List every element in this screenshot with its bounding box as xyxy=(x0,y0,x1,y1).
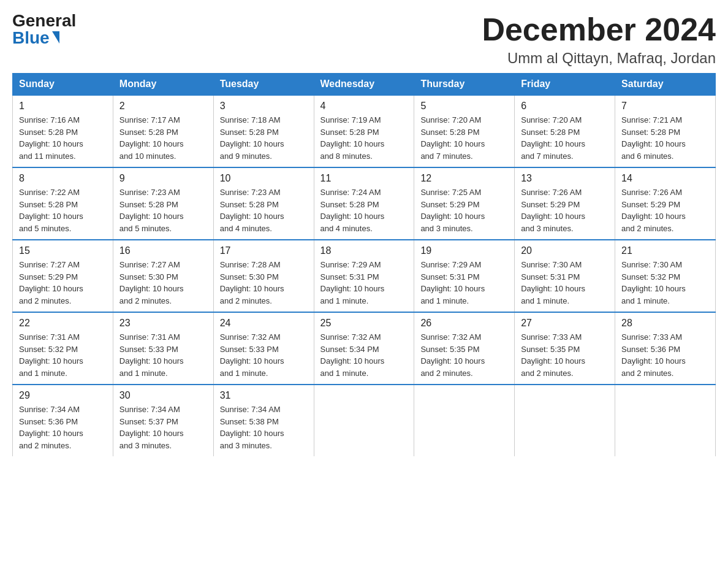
day-number: 29 xyxy=(19,390,107,401)
calendar-cell: 20Sunrise: 7:30 AMSunset: 5:31 PMDayligh… xyxy=(515,240,615,312)
day-number: 18 xyxy=(320,245,408,256)
day-number: 24 xyxy=(220,318,308,329)
day-number: 30 xyxy=(119,390,207,401)
day-info: Sunrise: 7:30 AMSunset: 5:31 PMDaylight:… xyxy=(521,259,609,307)
day-info: Sunrise: 7:28 AMSunset: 5:30 PMDaylight:… xyxy=(220,259,308,307)
day-info: Sunrise: 7:34 AMSunset: 5:38 PMDaylight:… xyxy=(220,404,308,451)
day-info: Sunrise: 7:20 AMSunset: 5:28 PMDaylight:… xyxy=(521,114,609,162)
day-number: 4 xyxy=(320,101,408,112)
header-thursday: Thursday xyxy=(414,74,515,96)
day-number: 12 xyxy=(420,173,508,184)
calendar-week-1: 1Sunrise: 7:16 AMSunset: 5:28 PMDaylight… xyxy=(13,95,716,167)
day-number: 25 xyxy=(320,318,408,329)
day-info: Sunrise: 7:32 AMSunset: 5:35 PMDaylight:… xyxy=(420,331,508,379)
day-info: Sunrise: 7:29 AMSunset: 5:31 PMDaylight:… xyxy=(420,259,508,307)
day-number: 17 xyxy=(220,245,308,256)
day-info: Sunrise: 7:32 AMSunset: 5:33 PMDaylight:… xyxy=(220,331,308,379)
day-info: Sunrise: 7:33 AMSunset: 5:36 PMDaylight:… xyxy=(621,331,709,379)
calendar-cell: 16Sunrise: 7:27 AMSunset: 5:30 PMDayligh… xyxy=(113,240,213,312)
calendar-cell: 25Sunrise: 7:32 AMSunset: 5:34 PMDayligh… xyxy=(314,312,414,385)
day-number: 20 xyxy=(521,245,609,256)
month-title: December 2024 xyxy=(482,12,716,47)
day-number: 23 xyxy=(119,318,207,329)
logo: General Blue xyxy=(12,12,76,47)
calendar-week-3: 15Sunrise: 7:27 AMSunset: 5:29 PMDayligh… xyxy=(13,240,716,312)
day-number: 11 xyxy=(320,173,408,184)
calendar-cell xyxy=(314,385,414,456)
calendar-cell: 13Sunrise: 7:26 AMSunset: 5:29 PMDayligh… xyxy=(515,167,615,240)
header-sunday: Sunday xyxy=(13,74,113,96)
calendar-cell: 2Sunrise: 7:17 AMSunset: 5:28 PMDaylight… xyxy=(113,95,213,167)
calendar-cell: 17Sunrise: 7:28 AMSunset: 5:30 PMDayligh… xyxy=(213,240,314,312)
day-number: 6 xyxy=(521,101,609,112)
day-number: 2 xyxy=(119,101,207,112)
location-title: Umm al Qittayn, Mafraq, Jordan xyxy=(482,50,716,67)
day-info: Sunrise: 7:26 AMSunset: 5:29 PMDaylight:… xyxy=(621,186,709,234)
calendar-cell: 7Sunrise: 7:21 AMSunset: 5:28 PMDaylight… xyxy=(615,95,716,167)
day-number: 27 xyxy=(521,318,609,329)
day-number: 3 xyxy=(220,101,308,112)
calendar-cell: 9Sunrise: 7:23 AMSunset: 5:28 PMDaylight… xyxy=(113,167,213,240)
day-info: Sunrise: 7:23 AMSunset: 5:28 PMDaylight:… xyxy=(220,186,308,234)
day-info: Sunrise: 7:27 AMSunset: 5:29 PMDaylight:… xyxy=(19,259,107,307)
day-info: Sunrise: 7:25 AMSunset: 5:29 PMDaylight:… xyxy=(420,186,508,234)
calendar-cell: 11Sunrise: 7:24 AMSunset: 5:28 PMDayligh… xyxy=(314,167,414,240)
day-number: 8 xyxy=(19,173,107,184)
calendar-cell: 5Sunrise: 7:20 AMSunset: 5:28 PMDaylight… xyxy=(414,95,515,167)
header-wednesday: Wednesday xyxy=(314,74,414,96)
day-info: Sunrise: 7:21 AMSunset: 5:28 PMDaylight:… xyxy=(621,114,709,162)
day-number: 26 xyxy=(420,318,508,329)
calendar-cell: 4Sunrise: 7:19 AMSunset: 5:28 PMDaylight… xyxy=(314,95,414,167)
day-info: Sunrise: 7:31 AMSunset: 5:33 PMDaylight:… xyxy=(119,331,207,379)
day-number: 31 xyxy=(220,390,308,401)
day-number: 16 xyxy=(119,245,207,256)
day-number: 15 xyxy=(19,245,107,256)
calendar-cell: 15Sunrise: 7:27 AMSunset: 5:29 PMDayligh… xyxy=(13,240,113,312)
calendar-cell: 30Sunrise: 7:34 AMSunset: 5:37 PMDayligh… xyxy=(113,385,213,456)
header-tuesday: Tuesday xyxy=(213,74,314,96)
calendar-cell: 28Sunrise: 7:33 AMSunset: 5:36 PMDayligh… xyxy=(615,312,716,385)
day-info: Sunrise: 7:24 AMSunset: 5:28 PMDaylight:… xyxy=(320,186,408,234)
calendar-cell: 21Sunrise: 7:30 AMSunset: 5:32 PMDayligh… xyxy=(615,240,716,312)
day-info: Sunrise: 7:29 AMSunset: 5:31 PMDaylight:… xyxy=(320,259,408,307)
calendar-cell: 26Sunrise: 7:32 AMSunset: 5:35 PMDayligh… xyxy=(414,312,515,385)
day-info: Sunrise: 7:31 AMSunset: 5:32 PMDaylight:… xyxy=(19,331,107,379)
day-number: 13 xyxy=(521,173,609,184)
calendar-cell: 14Sunrise: 7:26 AMSunset: 5:29 PMDayligh… xyxy=(615,167,716,240)
day-info: Sunrise: 7:19 AMSunset: 5:28 PMDaylight:… xyxy=(320,114,408,162)
calendar-cell: 8Sunrise: 7:22 AMSunset: 5:28 PMDaylight… xyxy=(13,167,113,240)
day-info: Sunrise: 7:16 AMSunset: 5:28 PMDaylight:… xyxy=(19,114,107,162)
calendar-week-4: 22Sunrise: 7:31 AMSunset: 5:32 PMDayligh… xyxy=(13,312,716,385)
day-info: Sunrise: 7:30 AMSunset: 5:32 PMDaylight:… xyxy=(621,259,709,307)
calendar-cell: 23Sunrise: 7:31 AMSunset: 5:33 PMDayligh… xyxy=(113,312,213,385)
calendar-cell xyxy=(515,385,615,456)
calendar-cell: 1Sunrise: 7:16 AMSunset: 5:28 PMDaylight… xyxy=(13,95,113,167)
day-info: Sunrise: 7:34 AMSunset: 5:37 PMDaylight:… xyxy=(119,404,207,451)
calendar-week-5: 29Sunrise: 7:34 AMSunset: 5:36 PMDayligh… xyxy=(13,385,716,456)
header-saturday: Saturday xyxy=(615,74,716,96)
day-info: Sunrise: 7:23 AMSunset: 5:28 PMDaylight:… xyxy=(119,186,207,234)
day-info: Sunrise: 7:27 AMSunset: 5:30 PMDaylight:… xyxy=(119,259,207,307)
calendar-cell xyxy=(615,385,716,456)
calendar-cell: 22Sunrise: 7:31 AMSunset: 5:32 PMDayligh… xyxy=(13,312,113,385)
calendar-cell: 19Sunrise: 7:29 AMSunset: 5:31 PMDayligh… xyxy=(414,240,515,312)
header-friday: Friday xyxy=(515,74,615,96)
header-monday: Monday xyxy=(113,74,213,96)
day-info: Sunrise: 7:22 AMSunset: 5:28 PMDaylight:… xyxy=(19,186,107,234)
day-number: 14 xyxy=(621,173,709,184)
day-info: Sunrise: 7:20 AMSunset: 5:28 PMDaylight:… xyxy=(420,114,508,162)
calendar-cell: 6Sunrise: 7:20 AMSunset: 5:28 PMDaylight… xyxy=(515,95,615,167)
day-number: 7 xyxy=(621,101,709,112)
day-number: 28 xyxy=(621,318,709,329)
logo-general-text: General xyxy=(12,12,76,29)
calendar-header-row: SundayMondayTuesdayWednesdayThursdayFrid… xyxy=(13,74,716,96)
day-number: 9 xyxy=(119,173,207,184)
calendar-table: SundayMondayTuesdayWednesdayThursdayFrid… xyxy=(12,73,716,456)
day-number: 22 xyxy=(19,318,107,329)
title-block: December 2024 Umm al Qittayn, Mafraq, Jo… xyxy=(482,12,716,67)
day-info: Sunrise: 7:34 AMSunset: 5:36 PMDaylight:… xyxy=(19,404,107,451)
calendar-cell: 24Sunrise: 7:32 AMSunset: 5:33 PMDayligh… xyxy=(213,312,314,385)
calendar-cell: 18Sunrise: 7:29 AMSunset: 5:31 PMDayligh… xyxy=(314,240,414,312)
logo-blue-text: Blue xyxy=(12,29,59,47)
calendar-cell: 31Sunrise: 7:34 AMSunset: 5:38 PMDayligh… xyxy=(213,385,314,456)
